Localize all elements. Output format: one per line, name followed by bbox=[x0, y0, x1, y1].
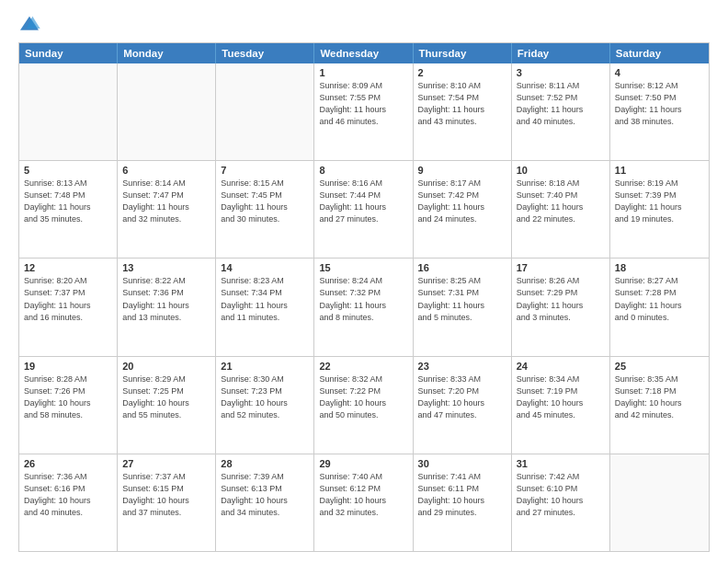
day-number: 28 bbox=[221, 458, 309, 469]
cell-info: Sunrise: 8:28 AM Sunset: 7:26 PM Dayligh… bbox=[24, 373, 112, 421]
day-cell-15: 15Sunrise: 8:24 AM Sunset: 7:32 PM Dayli… bbox=[314, 259, 413, 355]
cell-info: Sunrise: 8:19 AM Sunset: 7:39 PM Dayligh… bbox=[615, 178, 704, 225]
day-number: 6 bbox=[122, 165, 210, 176]
cell-info: Sunrise: 7:41 AM Sunset: 6:11 PM Dayligh… bbox=[418, 471, 506, 519]
day-cell-17: 17Sunrise: 8:26 AM Sunset: 7:29 PM Dayli… bbox=[512, 259, 610, 355]
cell-info: Sunrise: 7:36 AM Sunset: 6:16 PM Dayligh… bbox=[24, 471, 112, 519]
cell-info: Sunrise: 8:09 AM Sunset: 7:55 PM Dayligh… bbox=[319, 80, 407, 128]
day-cell-20: 20Sunrise: 8:29 AM Sunset: 7:25 PM Dayli… bbox=[118, 357, 216, 454]
day-cell-25: 25Sunrise: 8:35 AM Sunset: 7:18 PM Dayli… bbox=[610, 357, 709, 454]
cell-info: Sunrise: 8:12 AM Sunset: 7:50 PM Dayligh… bbox=[615, 80, 704, 128]
day-number: 20 bbox=[122, 361, 210, 372]
day-number: 22 bbox=[319, 361, 407, 372]
logo-icon bbox=[18, 15, 40, 33]
day-number: 2 bbox=[418, 67, 506, 78]
day-number: 7 bbox=[221, 165, 309, 176]
empty-cell bbox=[19, 63, 118, 160]
day-cell-6: 6Sunrise: 8:14 AM Sunset: 7:47 PM Daylig… bbox=[118, 161, 216, 258]
cell-info: Sunrise: 8:23 AM Sunset: 7:34 PM Dayligh… bbox=[221, 275, 309, 323]
day-number: 27 bbox=[122, 458, 210, 469]
cell-info: Sunrise: 8:13 AM Sunset: 7:48 PM Dayligh… bbox=[24, 178, 112, 225]
cell-info: Sunrise: 8:18 AM Sunset: 7:40 PM Dayligh… bbox=[517, 178, 605, 225]
day-cell-12: 12Sunrise: 8:20 AM Sunset: 7:37 PM Dayli… bbox=[19, 259, 118, 355]
cell-info: Sunrise: 7:39 AM Sunset: 6:13 PM Dayligh… bbox=[221, 471, 309, 519]
empty-cell bbox=[118, 63, 216, 160]
week-row-2: 5Sunrise: 8:13 AM Sunset: 7:48 PM Daylig… bbox=[19, 161, 709, 259]
day-cell-21: 21Sunrise: 8:30 AM Sunset: 7:23 PM Dayli… bbox=[216, 357, 314, 454]
cell-info: Sunrise: 8:14 AM Sunset: 7:47 PM Dayligh… bbox=[122, 178, 210, 225]
week-row-1: 1Sunrise: 8:09 AM Sunset: 7:55 PM Daylig… bbox=[19, 63, 709, 161]
day-number: 8 bbox=[319, 165, 407, 176]
day-number: 1 bbox=[319, 67, 407, 78]
day-cell-8: 8Sunrise: 8:16 AM Sunset: 7:44 PM Daylig… bbox=[314, 161, 413, 258]
day-number: 31 bbox=[517, 458, 605, 469]
day-number: 18 bbox=[615, 262, 704, 273]
day-cell-11: 11Sunrise: 8:19 AM Sunset: 7:39 PM Dayli… bbox=[610, 161, 709, 258]
day-cell-31: 31Sunrise: 7:42 AM Sunset: 6:10 PM Dayli… bbox=[512, 454, 610, 551]
calendar-body: 1Sunrise: 8:09 AM Sunset: 7:55 PM Daylig… bbox=[19, 63, 709, 551]
day-cell-23: 23Sunrise: 8:33 AM Sunset: 7:20 PM Dayli… bbox=[414, 357, 512, 454]
day-number: 19 bbox=[24, 361, 112, 372]
day-cell-2: 2Sunrise: 8:10 AM Sunset: 7:54 PM Daylig… bbox=[414, 63, 512, 160]
day-number: 16 bbox=[418, 262, 506, 273]
day-cell-27: 27Sunrise: 7:37 AM Sunset: 6:15 PM Dayli… bbox=[118, 454, 216, 551]
cell-info: Sunrise: 8:27 AM Sunset: 7:28 PM Dayligh… bbox=[615, 275, 704, 323]
day-cell-3: 3Sunrise: 8:11 AM Sunset: 7:52 PM Daylig… bbox=[512, 63, 610, 160]
day-number: 15 bbox=[319, 262, 407, 273]
cell-info: Sunrise: 8:33 AM Sunset: 7:20 PM Dayligh… bbox=[418, 373, 506, 421]
day-cell-9: 9Sunrise: 8:17 AM Sunset: 7:42 PM Daylig… bbox=[414, 161, 512, 258]
cell-info: Sunrise: 7:42 AM Sunset: 6:10 PM Dayligh… bbox=[517, 471, 605, 519]
cell-info: Sunrise: 7:40 AM Sunset: 6:12 PM Dayligh… bbox=[319, 471, 407, 519]
week-row-3: 12Sunrise: 8:20 AM Sunset: 7:37 PM Dayli… bbox=[19, 259, 709, 356]
header bbox=[18, 15, 710, 33]
cell-info: Sunrise: 8:20 AM Sunset: 7:37 PM Dayligh… bbox=[24, 275, 112, 323]
cell-info: Sunrise: 8:25 AM Sunset: 7:31 PM Dayligh… bbox=[418, 275, 506, 323]
week-row-5: 26Sunrise: 7:36 AM Sunset: 6:16 PM Dayli… bbox=[19, 454, 709, 551]
day-number: 5 bbox=[24, 165, 112, 176]
cell-info: Sunrise: 8:24 AM Sunset: 7:32 PM Dayligh… bbox=[319, 275, 407, 323]
cell-info: Sunrise: 8:22 AM Sunset: 7:36 PM Dayligh… bbox=[122, 275, 210, 323]
cell-info: Sunrise: 8:16 AM Sunset: 7:44 PM Dayligh… bbox=[319, 178, 407, 225]
day-cell-14: 14Sunrise: 8:23 AM Sunset: 7:34 PM Dayli… bbox=[216, 259, 314, 355]
day-cell-18: 18Sunrise: 8:27 AM Sunset: 7:28 PM Dayli… bbox=[610, 259, 709, 355]
empty-cell bbox=[216, 63, 314, 160]
day-cell-10: 10Sunrise: 8:18 AM Sunset: 7:40 PM Dayli… bbox=[512, 161, 610, 258]
day-cell-24: 24Sunrise: 8:34 AM Sunset: 7:19 PM Dayli… bbox=[512, 357, 610, 454]
cell-info: Sunrise: 7:37 AM Sunset: 6:15 PM Dayligh… bbox=[122, 471, 210, 519]
day-number: 3 bbox=[517, 67, 605, 78]
day-number: 30 bbox=[418, 458, 506, 469]
logo bbox=[18, 15, 44, 33]
day-cell-1: 1Sunrise: 8:09 AM Sunset: 7:55 PM Daylig… bbox=[314, 63, 413, 160]
cell-info: Sunrise: 8:32 AM Sunset: 7:22 PM Dayligh… bbox=[319, 373, 407, 421]
day-cell-28: 28Sunrise: 7:39 AM Sunset: 6:13 PM Dayli… bbox=[216, 454, 314, 551]
day-cell-13: 13Sunrise: 8:22 AM Sunset: 7:36 PM Dayli… bbox=[118, 259, 216, 355]
day-number: 9 bbox=[418, 165, 506, 176]
cell-info: Sunrise: 8:17 AM Sunset: 7:42 PM Dayligh… bbox=[418, 178, 506, 225]
day-cell-30: 30Sunrise: 7:41 AM Sunset: 6:11 PM Dayli… bbox=[414, 454, 512, 551]
day-header-sunday: Sunday bbox=[19, 43, 118, 63]
cell-info: Sunrise: 8:11 AM Sunset: 7:52 PM Dayligh… bbox=[517, 80, 605, 128]
day-header-saturday: Saturday bbox=[610, 43, 709, 63]
day-cell-5: 5Sunrise: 8:13 AM Sunset: 7:48 PM Daylig… bbox=[19, 161, 118, 258]
day-cell-16: 16Sunrise: 8:25 AM Sunset: 7:31 PM Dayli… bbox=[414, 259, 512, 355]
day-header-wednesday: Wednesday bbox=[314, 43, 413, 63]
calendar: SundayMondayTuesdayWednesdayThursdayFrid… bbox=[18, 42, 710, 552]
cell-info: Sunrise: 8:26 AM Sunset: 7:29 PM Dayligh… bbox=[517, 275, 605, 323]
day-header-tuesday: Tuesday bbox=[216, 43, 314, 63]
cell-info: Sunrise: 8:35 AM Sunset: 7:18 PM Dayligh… bbox=[615, 373, 704, 421]
day-number: 26 bbox=[24, 458, 112, 469]
week-row-4: 19Sunrise: 8:28 AM Sunset: 7:26 PM Dayli… bbox=[19, 357, 709, 454]
day-header-thursday: Thursday bbox=[414, 43, 512, 63]
cell-info: Sunrise: 8:34 AM Sunset: 7:19 PM Dayligh… bbox=[517, 373, 605, 421]
day-cell-22: 22Sunrise: 8:32 AM Sunset: 7:22 PM Dayli… bbox=[314, 357, 413, 454]
day-number: 17 bbox=[517, 262, 605, 273]
day-number: 4 bbox=[615, 67, 704, 78]
day-number: 23 bbox=[418, 361, 506, 372]
day-number: 12 bbox=[24, 262, 112, 273]
day-header-monday: Monday bbox=[118, 43, 216, 63]
day-cell-4: 4Sunrise: 8:12 AM Sunset: 7:50 PM Daylig… bbox=[610, 63, 709, 160]
day-cell-7: 7Sunrise: 8:15 AM Sunset: 7:45 PM Daylig… bbox=[216, 161, 314, 258]
cell-info: Sunrise: 8:29 AM Sunset: 7:25 PM Dayligh… bbox=[122, 373, 210, 421]
day-number: 11 bbox=[615, 165, 704, 176]
cell-info: Sunrise: 8:30 AM Sunset: 7:23 PM Dayligh… bbox=[221, 373, 309, 421]
